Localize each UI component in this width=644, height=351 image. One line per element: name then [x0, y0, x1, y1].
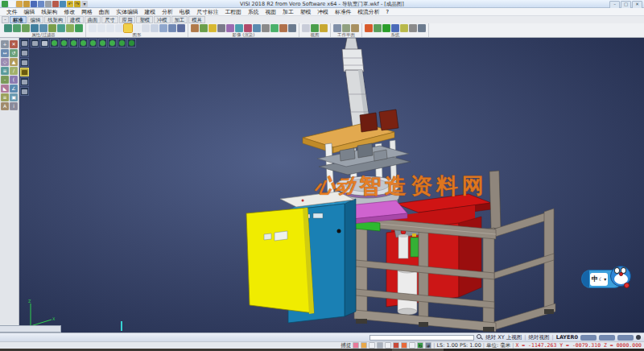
ime-status-badge[interactable]: 中 ☾ ▾ — [581, 267, 628, 288]
viewport-window-icon[interactable] — [31, 39, 39, 47]
dynamic-view-icon[interactable] — [302, 24, 310, 32]
camera-icon[interactable] — [262, 24, 270, 32]
group-icon[interactable]: ▣ — [10, 93, 18, 101]
view-manager-icon[interactable] — [311, 24, 319, 32]
materials-icon[interactable] — [200, 24, 208, 32]
perpendicular-snap-icon[interactable] — [409, 342, 415, 349]
text-icon[interactable]: A — [1, 102, 9, 110]
undo-icon[interactable]: ↶ — [67, 1, 73, 7]
all-filter-icon[interactable] — [75, 24, 83, 32]
menu-wireframe[interactable]: 线架构 — [38, 8, 60, 16]
absolute-view-button[interactable]: 绝对 XY 上视图 — [485, 334, 522, 341]
left-view-icon[interactable] — [89, 39, 97, 47]
solid-filter-icon[interactable] — [57, 24, 65, 32]
menu-edit[interactable]: 编辑 — [21, 8, 39, 16]
calculator-icon[interactable] — [400, 24, 408, 32]
properties-icon[interactable]: i — [10, 102, 18, 110]
workplane-new-icon[interactable] — [342, 24, 350, 32]
search-input[interactable] — [369, 335, 474, 341]
active-tool-icon[interactable] — [20, 68, 29, 76]
menu-standard-parts[interactable]: 标准件 — [332, 8, 354, 16]
tangent-snap-icon[interactable] — [401, 342, 407, 349]
menu-die[interactable]: 冲模 — [314, 8, 332, 16]
save-icon[interactable] — [31, 1, 37, 7]
selection-color-icon[interactable] — [365, 24, 373, 32]
shadow-icon[interactable] — [217, 24, 225, 32]
lights-icon[interactable] — [208, 24, 217, 32]
transparency-icon[interactable] — [235, 24, 243, 32]
snapshot-icon[interactable] — [279, 24, 287, 32]
center-snap-icon[interactable] — [385, 342, 391, 349]
status-chip[interactable] — [599, 335, 615, 341]
back-view-icon[interactable] — [79, 39, 88, 47]
toolbar-collapse-button[interactable]: - — [2, 16, 9, 23]
save-all-icon[interactable] — [38, 1, 44, 7]
menu-modeling[interactable]: 建模 — [142, 8, 159, 16]
menu-mesh[interactable]: 网格 — [78, 8, 96, 16]
animation-icon[interactable] — [270, 24, 279, 32]
select-icon[interactable]: + — [1, 40, 9, 48]
tab-standard[interactable]: 标准 — [10, 16, 27, 23]
perspective-icon[interactable] — [151, 24, 159, 32]
menu-machining[interactable]: 加工 — [279, 8, 297, 16]
search-icon[interactable] — [477, 334, 483, 341]
menu-surface[interactable]: 曲面 — [96, 8, 114, 16]
menu-dimension[interactable]: 尺寸标注 — [193, 8, 221, 16]
view-list-icon[interactable] — [20, 39, 29, 47]
workplane-select-icon[interactable] — [333, 24, 341, 32]
element-properties-icon[interactable] — [4, 24, 12, 32]
export-icon[interactable] — [60, 1, 66, 7]
viewport-canvas[interactable]: 心动 智造资料网 Z X Y 中 ☾ ▾ — [19, 38, 644, 332]
render-icon[interactable] — [191, 24, 199, 32]
menu-file[interactable]: 文件 — [3, 8, 21, 16]
trim-icon[interactable]: / — [10, 67, 18, 75]
print-icon[interactable] — [45, 1, 52, 7]
status-chip[interactable] — [580, 335, 597, 341]
extend-icon[interactable]: - — [1, 76, 9, 84]
pen-icon[interactable] — [361, 342, 367, 349]
app-logo-icon[interactable] — [2, 1, 8, 7]
fillet-icon[interactable]: ( — [10, 76, 18, 84]
texture-icon[interactable] — [226, 24, 234, 32]
zoom-previous-icon[interactable] — [115, 24, 123, 32]
zoom-all-icon[interactable] — [97, 24, 105, 32]
color-filter-icon[interactable] — [13, 24, 21, 32]
hidden-line-icon[interactable] — [142, 24, 150, 32]
status-chip[interactable] — [617, 335, 634, 341]
rotate-icon[interactable]: ↺ — [10, 49, 18, 57]
database-icon[interactable] — [391, 24, 399, 32]
reflection-icon[interactable] — [244, 24, 252, 32]
point-snap-icon[interactable] — [369, 342, 375, 349]
views-panel-icon[interactable] — [20, 87, 29, 96]
shaded-view-icon[interactable] — [124, 24, 132, 32]
mirror-icon[interactable]: ◇ — [1, 58, 9, 66]
tab-die[interactable]: 冲模 — [154, 16, 171, 23]
measure-icon[interactable]: ∠ — [10, 85, 18, 93]
iso-view-icon[interactable] — [50, 39, 59, 47]
background-icon[interactable] — [177, 24, 185, 32]
delete-icon[interactable]: ✕ — [10, 40, 18, 48]
menu-electrode[interactable]: 电极 — [176, 8, 194, 16]
layer-indicator[interactable]: LAYER0 — [556, 334, 578, 341]
layer-filter-icon[interactable] — [22, 24, 30, 32]
menu-analysis[interactable]: 分析 — [159, 8, 176, 16]
bodies-panel-icon[interactable] — [20, 77, 29, 86]
tab-surface[interactable]: 曲面 — [85, 16, 101, 23]
new-file-icon[interactable] — [9, 1, 15, 7]
open-folder-icon[interactable] — [23, 1, 30, 7]
workplane-align-icon[interactable] — [351, 24, 359, 32]
tab-dimension[interactable]: 尺寸 — [101, 16, 118, 23]
rotate-view-icon[interactable] — [118, 39, 126, 47]
recycle-bin-icon[interactable] — [382, 24, 390, 32]
scale-icon[interactable]: ▲ — [10, 58, 18, 66]
environment-icon[interactable] — [253, 24, 261, 32]
material-table-icon[interactable] — [374, 24, 382, 32]
tab-edit[interactable]: 编辑 — [27, 16, 44, 23]
right-view-icon[interactable] — [98, 39, 107, 47]
clip-plane-icon[interactable] — [168, 24, 176, 32]
chamfer-icon[interactable]: ◣ — [1, 85, 9, 93]
surface-filter-icon[interactable] — [48, 24, 56, 32]
render-settings-icon[interactable] — [288, 24, 296, 32]
menu-solid-edit[interactable]: 实体编辑 — [113, 8, 141, 16]
multi-view-icon[interactable] — [159, 24, 167, 32]
